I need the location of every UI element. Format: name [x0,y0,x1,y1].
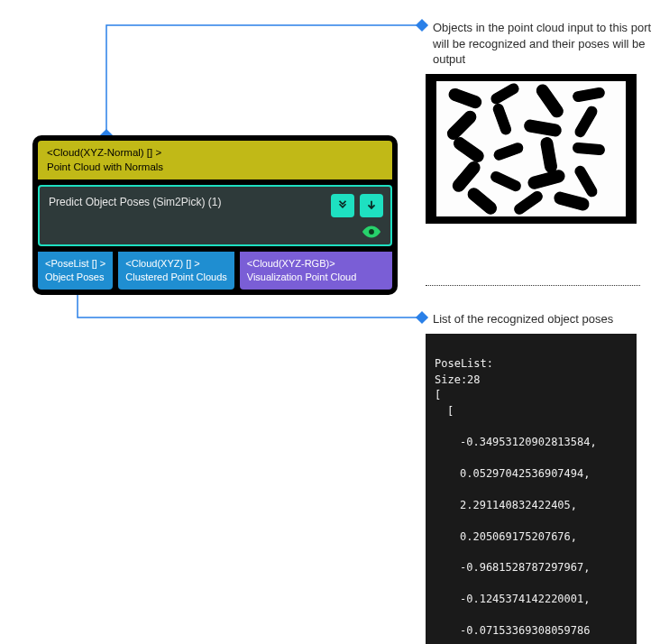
svg-rect-2 [416,311,428,324]
pose-open: [ [435,389,441,401]
pose-size: Size:28 [435,373,481,386]
run-button[interactable] [360,194,383,217]
pose-header: PoseList: [435,357,493,370]
pose-value: -0.34953120902813584, [435,435,628,450]
input-port-pointcloud[interactable]: <Cloud(XYZ-Normal) [] > Point Cloud with… [38,141,392,179]
output-port-type: <Cloud(XYZ-RGB)> [247,257,385,271]
output-port-clustered-clouds[interactable]: <Cloud(XYZ) [] > Clustered Point Clouds [118,252,234,290]
input-port-name: Point Cloud with Normals [47,161,383,175]
output-port-name: Visualization Point Cloud [247,271,385,284]
output-port-name: Object Poses [45,271,105,284]
pose-value: 2.291140832422405, [435,498,628,513]
node-predict-object-poses[interactable]: <Cloud(XYZ-Normal) [] > Point Cloud with… [32,135,398,295]
pose-value: 0.05297042536907494, [435,466,628,482]
node-body: Predict Object Poses (Sim2Pick) (1) [38,185,392,246]
dotted-divider [426,285,640,286]
output-port-visualization-cloud[interactable]: <Cloud(XYZ-RGB)> Visualization Point Clo… [240,252,392,290]
output-port-name: Clustered Point Clouds [125,271,227,284]
annotation-output-description: List of the recognized object poses [433,311,654,327]
output-port-type: <PoseList [] > [45,257,105,271]
pose-value: -0.9681528787297967, [435,560,628,575]
expand-button[interactable] [331,194,354,217]
pose-value: -0.07153369308059786 [435,623,628,639]
pose-value: -0.1245374142220001, [435,592,628,607]
svg-rect-0 [416,19,428,32]
pointcloud-preview [426,74,637,224]
input-port-type: <Cloud(XYZ-Normal) [] > [47,146,383,161]
visualize-icon[interactable] [362,225,381,239]
svg-point-4 [369,229,374,235]
output-port-poses[interactable]: <PoseList [] > Object Poses [38,252,113,290]
annotation-input-description: Objects in the point cloud input to this… [433,20,654,68]
pose-value: 0.205069175207676, [435,529,628,545]
pose-output-panel: PoseList: Size:28 [ [ -0.349531209028135… [426,334,637,644]
output-port-type: <Cloud(XYZ) [] > [125,257,227,271]
pose-entry-open: [ [435,404,628,419]
